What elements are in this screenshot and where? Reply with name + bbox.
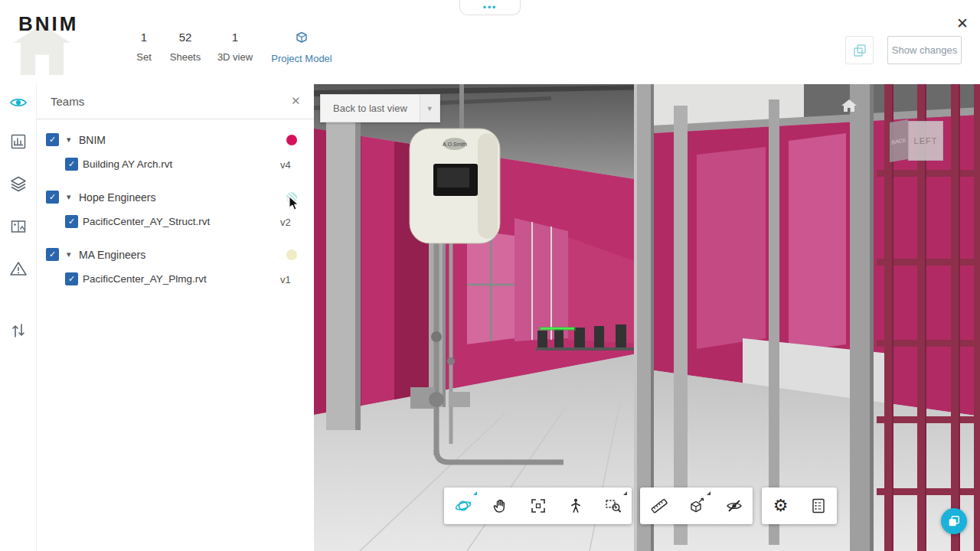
fit-view-icon <box>529 497 547 515</box>
team-color-dot[interactable] <box>286 135 297 145</box>
chat-layers-icon <box>947 514 961 528</box>
compare-changes-button[interactable] <box>845 36 874 64</box>
teams-panel: Teams ✕ ✓ ▾ BNIM ✓ Building AY Arch.rvt … <box>37 84 314 551</box>
warning-icon[interactable] <box>9 259 28 278</box>
project-model-label: Project Model <box>266 53 337 64</box>
hide-icon <box>725 497 743 515</box>
flyout-arrow-icon <box>473 491 477 495</box>
back-to-last-view-button[interactable]: Back to last view ▼ <box>320 94 440 122</box>
file-checkbox[interactable]: ✓ <box>65 272 78 285</box>
tab-project-model[interactable]: Project Model <box>266 29 337 64</box>
project-model-cube-icon <box>293 29 310 46</box>
team-row-hope-engineers: ✓ ▾ Hope Engineers <box>37 186 314 209</box>
zoom-window-tool-button[interactable] <box>594 487 632 524</box>
zoom-window-icon <box>604 497 622 515</box>
app-window: BNIM 1 Set 52 Sheets 1 3D view Project M… <box>0 0 980 551</box>
team-checkbox[interactable]: ✓ <box>46 248 59 261</box>
stat-sheets[interactable]: 52 Sheets <box>164 31 207 63</box>
viewcube[interactable]: BACK LEFT <box>890 121 943 161</box>
pan-tool-button[interactable] <box>482 487 519 524</box>
first-person-icon <box>567 497 585 515</box>
file-name[interactable]: Building AY Arch.rvt <box>83 158 172 170</box>
section-laser-line <box>541 328 574 330</box>
toolbar-group-settings: ⚙ <box>762 487 837 524</box>
panel-divider <box>37 119 314 119</box>
orbit-tool-button[interactable] <box>444 487 482 524</box>
dropdown-caret-icon[interactable]: ▼ <box>420 94 440 122</box>
eye-icon[interactable] <box>9 93 28 112</box>
model-browser-icon <box>809 497 828 515</box>
app-logo: BNIM <box>18 12 78 36</box>
file-version: v2 <box>280 217 305 228</box>
file-checkbox[interactable]: ✓ <box>65 158 78 171</box>
file-name[interactable]: PacificCenter_AY_Plmg.rvt <box>83 273 207 285</box>
team-color-dot[interactable] <box>286 249 297 260</box>
viewport-3d[interactable]: A.O.Smith <box>314 84 980 551</box>
caret-down-icon[interactable]: ▾ <box>67 249 71 259</box>
file-name[interactable]: PacificCenter_AY_Struct.rvt <box>83 216 210 227</box>
file-row: ✓ Building AY Arch.rvt v4 <box>37 153 314 176</box>
toolbar-group-navigate <box>444 487 632 524</box>
window-close-icon[interactable]: ✕ <box>956 15 969 32</box>
file-row: ✓ PacificCenter_AY_Plmg.rvt v1 <box>37 268 314 291</box>
heater-brand-label: A.O.Smith <box>443 142 467 147</box>
stat-3d-view[interactable]: 1 3D view <box>212 31 258 63</box>
measure-icon <box>650 497 668 515</box>
team-row-ma-engineers: ✓ ▾ MA Engineers <box>37 243 314 266</box>
top-menu-notch[interactable]: ••• <box>459 0 521 15</box>
settings-gear-icon: ⚙ <box>773 497 789 514</box>
stat-set[interactable]: 1 Set <box>129 31 159 63</box>
explode-icon <box>688 497 706 515</box>
home-icon <box>841 98 858 113</box>
team-row-bnim: ✓ ▾ BNIM <box>37 129 314 152</box>
flyout-arrow-icon <box>623 491 627 495</box>
explode-tool-button[interactable] <box>678 487 715 524</box>
viewcube-face-back[interactable]: BACK <box>890 119 908 162</box>
toolbar-group-tools <box>640 487 753 524</box>
team-checkbox[interactable]: ✓ <box>46 133 59 146</box>
stat-3d-view-label: 3D view <box>212 51 258 63</box>
measure-tool-button[interactable] <box>640 487 678 524</box>
chart-icon[interactable] <box>9 132 28 151</box>
stat-set-label: Set <box>129 51 159 63</box>
first-person-tool-button[interactable] <box>557 487 594 524</box>
menu-dots: ••• <box>483 2 498 13</box>
back-to-last-view-label[interactable]: Back to last view <box>320 94 420 122</box>
media-icon[interactable] <box>9 217 28 236</box>
water-heater: A.O.Smith <box>410 129 500 243</box>
teams-panel-title: Teams <box>51 95 84 108</box>
stat-sheets-label: Sheets <box>164 51 207 63</box>
file-checkbox[interactable]: ✓ <box>65 215 78 228</box>
file-version: v1 <box>280 274 305 285</box>
team-name[interactable]: MA Engineers <box>79 249 145 261</box>
home-view-button[interactable] <box>841 98 858 116</box>
team-name[interactable]: Hope Engineers <box>79 191 155 204</box>
team-name[interactable]: BNIM <box>79 134 106 146</box>
model-browser-button[interactable] <box>799 487 837 524</box>
team-color-dot[interactable] <box>286 192 297 203</box>
viewcube-face-left[interactable]: LEFT <box>908 121 943 161</box>
model-render[interactable]: A.O.Smith <box>314 84 980 551</box>
stat-set-value: 1 <box>129 31 159 44</box>
left-toolbar <box>0 84 37 551</box>
team-checkbox[interactable]: ✓ <box>46 191 59 204</box>
compare-arrows-icon[interactable] <box>9 321 28 340</box>
header: BNIM 1 Set 52 Sheets 1 3D view Project M… <box>0 0 980 84</box>
teams-close-icon[interactable]: ✕ <box>291 94 301 108</box>
caret-down-icon[interactable]: ▾ <box>67 135 71 145</box>
caret-down-icon[interactable]: ▾ <box>67 192 71 202</box>
fit-view-tool-button[interactable] <box>519 487 557 524</box>
chat-button[interactable] <box>941 508 967 534</box>
settings-button[interactable]: ⚙ <box>762 487 799 524</box>
show-changes-button[interactable]: Show changes <box>887 36 962 64</box>
stat-sheets-value: 52 <box>164 31 207 44</box>
layers-icon[interactable] <box>9 174 28 193</box>
hide-tool-button[interactable] <box>715 487 753 524</box>
compare-changes-icon <box>852 43 867 58</box>
file-row: ✓ PacificCenter_AY_Struct.rvt v2 <box>37 210 314 233</box>
file-version: v4 <box>280 159 305 171</box>
orbit-icon <box>454 497 472 515</box>
flyout-arrow-icon <box>707 491 710 495</box>
pan-hand-icon <box>492 497 510 515</box>
stat-3d-view-value: 1 <box>212 31 258 44</box>
